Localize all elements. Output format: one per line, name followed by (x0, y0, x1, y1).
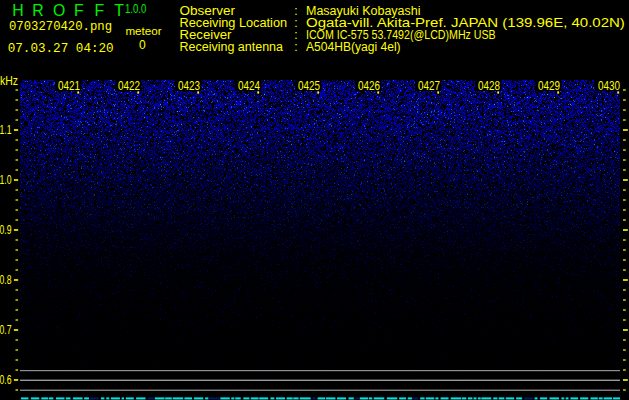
svg-text:0423: 0423 (178, 79, 200, 93)
svg-text:F: F (74, 2, 84, 19)
svg-text:0430: 0430 (598, 79, 620, 93)
svg-text:0.8: 0.8 (0, 273, 12, 287)
svg-text:0: 0 (139, 38, 146, 52)
svg-text:A504HB(yagi 4el): A504HB(yagi 4el) (306, 40, 401, 54)
svg-text:0.7: 0.7 (0, 323, 12, 337)
svg-text:0421: 0421 (58, 79, 80, 93)
svg-text:07.03.27 04:20: 07.03.27 04:20 (8, 41, 114, 56)
svg-text:0.9: 0.9 (0, 223, 12, 237)
svg-text:R: R (32, 2, 43, 19)
svg-text:0.6: 0.6 (0, 373, 12, 387)
svg-text:0428: 0428 (478, 79, 500, 93)
svg-text::: : (294, 40, 297, 54)
svg-text:Receiving antenna: Receiving antenna (180, 40, 284, 54)
svg-text:0703270420.png: 0703270420.png (9, 19, 112, 34)
svg-text:1.0.0: 1.0.0 (125, 2, 147, 16)
svg-text:T: T (114, 2, 124, 19)
svg-text:O: O (53, 2, 65, 19)
svg-text:0422: 0422 (118, 79, 140, 93)
svg-text:meteor: meteor (125, 25, 161, 37)
svg-text:0429: 0429 (538, 79, 560, 93)
svg-text:F: F (95, 2, 105, 19)
svg-text:1.0: 1.0 (0, 173, 12, 187)
svg-text:1.1: 1.1 (0, 123, 12, 137)
svg-text:0427: 0427 (418, 79, 440, 93)
svg-text:0425: 0425 (298, 79, 320, 93)
svg-text:0426: 0426 (358, 79, 380, 93)
svg-text:0424: 0424 (238, 79, 260, 93)
svg-text:H: H (12, 2, 23, 19)
svg-text:kHz: kHz (0, 74, 18, 88)
